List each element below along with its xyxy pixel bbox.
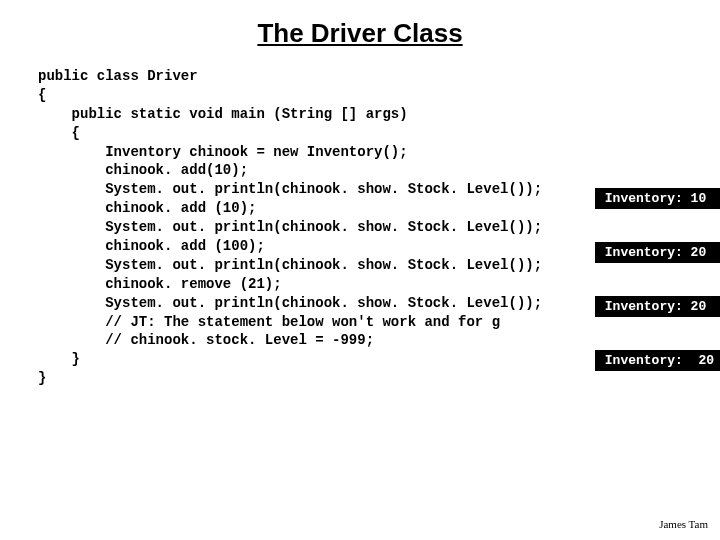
code-line: } (38, 351, 80, 367)
console-output-line: Inventory: 10 (595, 188, 720, 209)
code-line: // JT: The statement below won't work an… (38, 314, 500, 330)
code-line: Inventory chinook = new Inventory(); (38, 144, 408, 160)
console-output-line: Inventory: 20 (595, 350, 720, 371)
page-title: The Driver Class (0, 0, 720, 67)
code-line: } (38, 370, 46, 386)
code-line: chinook. add (100); (38, 238, 265, 254)
code-line: System. out. println(chinook. show. Stoc… (38, 257, 542, 273)
code-line: chinook. remove (21); (38, 276, 282, 292)
author-footer: James Tam (659, 518, 708, 530)
code-line: System. out. println(chinook. show. Stoc… (38, 181, 542, 197)
code-line: System. out. println(chinook. show. Stoc… (38, 219, 542, 235)
code-line: // chinook. stock. Level = -999; (38, 332, 374, 348)
code-line: { (38, 125, 80, 141)
console-outputs: Inventory: 10 Inventory: 20 Inventory: 2… (595, 188, 720, 371)
code-line: chinook. add(10); (38, 162, 248, 178)
code-line: public static void main (String [] args) (38, 106, 408, 122)
code-line: System. out. println(chinook. show. Stoc… (38, 295, 542, 311)
console-output-line: Inventory: 20 (595, 296, 720, 317)
code-line: chinook. add (10); (38, 200, 256, 216)
code-line: { (38, 87, 46, 103)
console-output-line: Inventory: 20 (595, 242, 720, 263)
code-line: public class Driver (38, 68, 198, 84)
